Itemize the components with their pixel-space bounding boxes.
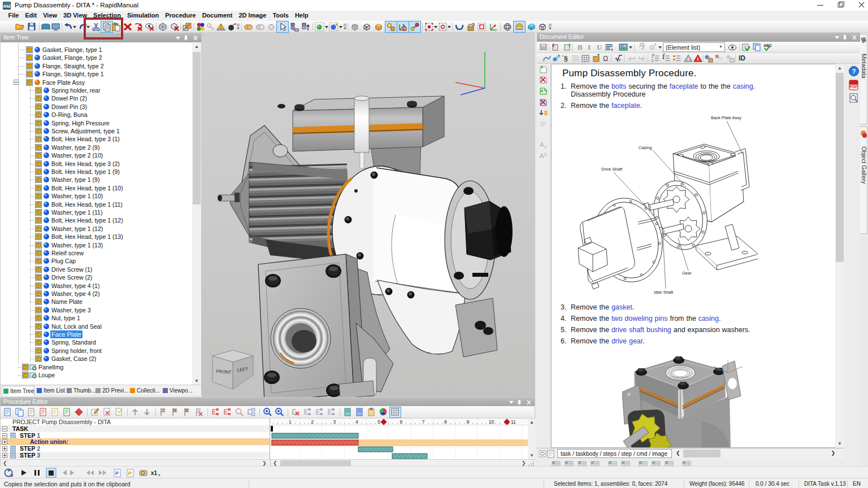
svg-text:FRONT: FRONT [216,369,232,375]
svg-text:§: § [564,55,568,63]
svg-text:A: A [540,141,544,148]
svg-text:P: P [115,470,119,476]
svg-text:RM: RM [3,4,11,9]
svg-text:P: P [128,470,132,476]
svg-text:Drive Shaft: Drive Shaft [601,167,623,172]
svg-text:!: ! [688,56,689,62]
svg-text:2: 2 [544,145,547,149]
svg-text:Casing: Casing [639,145,652,150]
svg-text:!: ! [697,56,699,62]
svg-text:PDF: PDF [850,85,858,89]
svg-text:Gear: Gear [682,271,692,276]
svg-text:A: A [540,152,544,159]
svg-text:Idler Shaft: Idler Shaft [654,290,674,295]
svg-text:Ω: Ω [603,55,608,63]
svg-text:ABC: ABC [763,43,772,47]
svg-text:x: x [619,58,621,62]
svg-text:2: 2 [544,152,547,157]
svg-text:?: ? [852,68,856,75]
svg-text:2: 2 [652,59,654,62]
svg-text:Back Plate Assy: Back Plate Assy [711,115,741,120]
svg-text:x1: x1 [151,470,158,476]
